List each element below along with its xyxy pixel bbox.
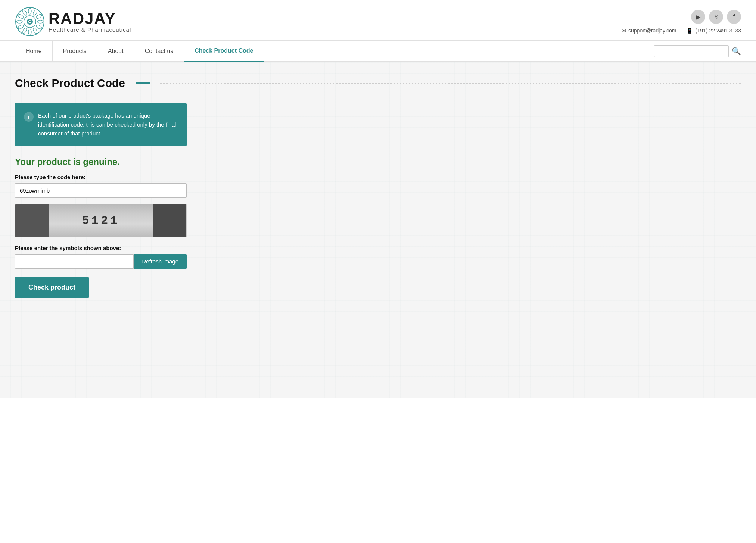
svg-point-10 (16, 20, 22, 23)
navigation: Home Products About Contact us Check Pro… (0, 41, 756, 62)
twitter-icon[interactable]: 𝕏 (709, 10, 723, 24)
logo-text: RADJAY Healthcare & Pharmaceutical (49, 11, 131, 33)
svg-point-9 (18, 24, 24, 30)
svg-point-6 (32, 27, 38, 34)
refresh-image-button[interactable]: Refresh image (134, 254, 187, 269)
header-right: ▶ 𝕏 f ✉ support@radjay.com 📱 (+91) 22 24… (622, 10, 741, 34)
logo-area: RADJAY Healthcare & Pharmaceutical (15, 7, 131, 37)
phone-icon: 📱 (687, 28, 693, 34)
email-address: support@radjay.com (628, 28, 676, 34)
svg-point-5 (35, 24, 42, 30)
search-input[interactable] (654, 45, 729, 57)
email-icon: ✉ (622, 28, 626, 34)
svg-point-2 (32, 9, 38, 16)
captcha-left-dark (15, 204, 49, 237)
main-content: Check Product Code i Each of our product… (0, 62, 756, 398)
title-divider (160, 83, 741, 84)
product-code-input[interactable] (15, 183, 187, 198)
logo-icon (15, 7, 45, 37)
email-contact: ✉ support@radjay.com (622, 28, 676, 34)
nav-home[interactable]: Home (15, 41, 53, 61)
svg-point-11 (18, 14, 24, 19)
nav-contact[interactable]: Contact us (134, 41, 184, 61)
genuine-status: Your product is genuine. (15, 157, 741, 167)
contact-info: ✉ support@radjay.com 📱 (+91) 22 2491 313… (622, 28, 741, 34)
youtube-icon[interactable]: ▶ (691, 10, 705, 24)
search-button[interactable]: 🔍 (732, 47, 741, 56)
facebook-icon[interactable]: f (727, 10, 741, 24)
captcha-image-container: 5121 (15, 204, 187, 237)
check-product-button[interactable]: Check product (15, 277, 89, 298)
info-icon: i (24, 112, 34, 122)
svg-point-3 (35, 14, 42, 19)
svg-point-12 (22, 9, 28, 16)
social-icons: ▶ 𝕏 f (691, 10, 741, 24)
nav-about[interactable]: About (97, 41, 134, 61)
info-text: Each of our product's package has an uni… (38, 111, 178, 138)
code-label: Please type the code here: (15, 174, 741, 180)
phone-contact: 📱 (+91) 22 2491 3133 (687, 28, 741, 34)
captcha-image: 5121 (15, 204, 186, 237)
header: RADJAY Healthcare & Pharmaceutical ▶ 𝕏 f… (0, 0, 756, 41)
brand-subtitle: Healthcare & Pharmaceutical (49, 26, 131, 33)
svg-point-4 (37, 20, 43, 23)
svg-point-16 (29, 21, 31, 22)
brand-name: RADJAY (49, 11, 131, 26)
nav-search-area: 🔍 (654, 45, 741, 57)
info-box: i Each of our product's package has an u… (15, 103, 187, 146)
page-title-row: Check Product Code (15, 77, 741, 90)
captcha-right-dark (153, 204, 186, 237)
symbols-input[interactable] (15, 254, 134, 269)
svg-point-8 (22, 27, 28, 34)
phone-number: (+91) 22 2491 3133 (695, 28, 741, 34)
nav-check-product-code[interactable]: Check Product Code (184, 41, 264, 62)
svg-point-7 (28, 29, 31, 35)
symbols-label: Please enter the symbols shown above: (15, 245, 741, 251)
title-dash (136, 82, 150, 84)
nav-products[interactable]: Products (53, 41, 97, 61)
captcha-number: 5121 (82, 214, 120, 228)
svg-point-1 (28, 8, 31, 14)
symbols-row: Refresh image (15, 254, 187, 269)
page-title: Check Product Code (15, 77, 125, 90)
